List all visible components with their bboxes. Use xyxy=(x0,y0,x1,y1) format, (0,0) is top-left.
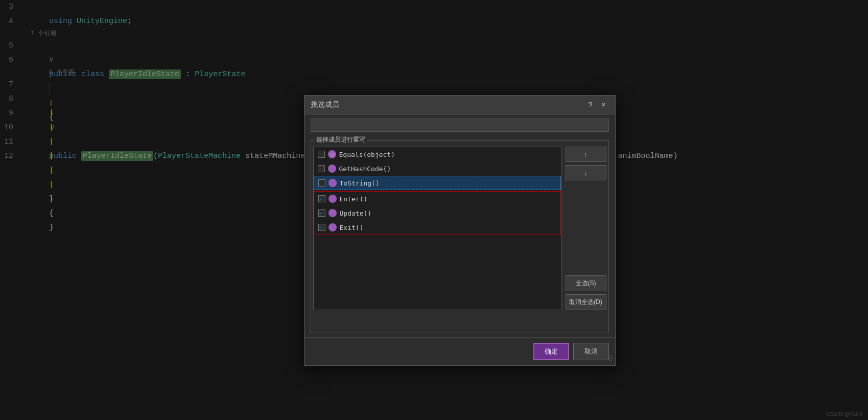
cancel-button[interactable]: 取消 xyxy=(573,343,609,360)
member-name-gethashcode: GetHashCode() xyxy=(339,165,391,173)
svg-point-3 xyxy=(330,180,335,185)
member-name-update: Update() xyxy=(340,209,372,217)
icon-exit xyxy=(329,223,337,231)
svg-text:⬡: ⬡ xyxy=(330,152,334,157)
help-button[interactable]: ? xyxy=(585,100,596,110)
member-name-tostring: ToString() xyxy=(340,179,380,187)
icon-tostring xyxy=(329,179,337,187)
dialog-body: 选择成员进行重写 ⬡ Equals(object) xyxy=(304,136,615,337)
icon-enter xyxy=(329,195,337,203)
red-box-group: Enter() Update() xyxy=(314,191,561,235)
group-box: 选择成员进行重写 ⬡ Equals(object) xyxy=(311,140,609,333)
member-item-equals[interactable]: ⬡ Equals(object) xyxy=(314,147,561,161)
member-item-gethashcode[interactable]: GetHashCode() xyxy=(314,161,561,176)
svg-point-5 xyxy=(330,211,335,216)
checkbox-exit[interactable] xyxy=(318,224,325,231)
checkbox-tostring[interactable] xyxy=(318,179,325,186)
side-buttons: ↑ ↓ 全选(S) 取消全选(D) xyxy=(566,147,606,310)
member-item-enter[interactable]: Enter() xyxy=(314,192,560,206)
svg-point-4 xyxy=(330,196,335,201)
member-item-exit[interactable]: Exit() xyxy=(314,220,560,235)
icon-update xyxy=(329,209,337,217)
titlebar-buttons: ? × xyxy=(585,100,609,110)
member-item-update[interactable]: Update() xyxy=(314,206,560,220)
svg-point-2 xyxy=(330,166,335,171)
checkbox-update[interactable] xyxy=(318,209,325,217)
search-area xyxy=(304,114,615,136)
member-name-enter: Enter() xyxy=(340,195,368,203)
member-item-tostring[interactable]: ToString() xyxy=(314,176,561,190)
select-all-button[interactable]: 全选(S) xyxy=(566,275,606,291)
checkbox-gethashcode[interactable] xyxy=(318,165,325,172)
dialog-titlebar: 挑选成员 ? × xyxy=(304,96,615,114)
move-up-button[interactable]: ↑ xyxy=(566,147,606,162)
members-area: ⬡ Equals(object) GetHashCode() xyxy=(313,147,606,310)
svg-point-6 xyxy=(330,225,335,230)
close-button[interactable]: × xyxy=(598,100,608,110)
watermark: CSDN @IGP9 xyxy=(827,411,863,417)
ok-button[interactable]: 确定 xyxy=(533,343,569,360)
group-label: 选择成员进行重写 xyxy=(314,135,367,144)
resize-handle[interactable]: ⠿ xyxy=(608,355,613,363)
move-down-button[interactable]: ↓ xyxy=(566,165,606,180)
member-name-equals: Equals(object) xyxy=(339,151,395,158)
search-input[interactable] xyxy=(311,119,609,132)
dialog-title: 挑选成员 xyxy=(311,100,339,109)
deselect-all-button[interactable]: 取消全选(D) xyxy=(566,294,606,310)
dialog-footer: 确定 取消 xyxy=(304,337,615,365)
members-list: ⬡ Equals(object) GetHashCode() xyxy=(313,147,561,310)
dialog-overlay: 挑选成员 ? × 选择成员进行重写 xyxy=(0,0,868,420)
checkbox-enter[interactable] xyxy=(318,195,325,202)
icon-equals: ⬡ xyxy=(328,150,336,158)
icon-gethashcode xyxy=(328,165,336,173)
pick-members-dialog: 挑选成员 ? × 选择成员进行重写 xyxy=(304,95,616,366)
checkbox-equals[interactable] xyxy=(318,151,325,158)
member-name-exit: Exit() xyxy=(340,224,364,231)
